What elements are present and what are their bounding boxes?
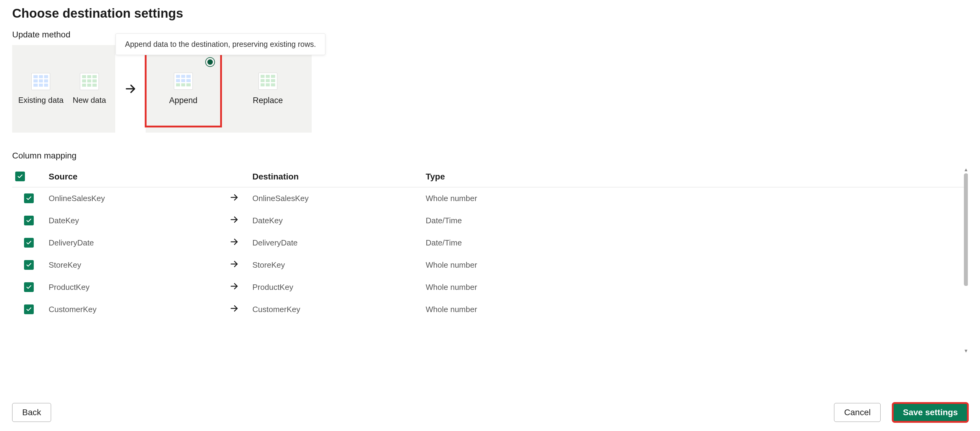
row-checkbox[interactable] bbox=[24, 194, 34, 203]
source-cell: DeliveryDate bbox=[46, 232, 219, 254]
table-row: DeliveryDateDeliveryDateDate/Time bbox=[12, 232, 968, 254]
table-row: CustomerKeyCustomerKeyWhole number bbox=[12, 298, 968, 321]
destination-cell: DateKey bbox=[249, 210, 423, 232]
footer-bar: Back Cancel Save settings bbox=[12, 403, 968, 422]
arrow-right-icon bbox=[229, 260, 239, 270]
radio-selected-icon bbox=[205, 57, 215, 67]
arrow-right-icon bbox=[229, 305, 239, 315]
append-option-label: Append bbox=[169, 96, 197, 105]
type-cell: Whole number bbox=[423, 276, 968, 298]
table-row: ProductKeyProductKeyWhole number bbox=[12, 276, 968, 298]
page-title: Choose destination settings bbox=[12, 6, 968, 21]
replace-icon bbox=[258, 73, 277, 90]
source-cell: ProductKey bbox=[46, 276, 219, 298]
update-method-row: Existing data New data bbox=[12, 45, 968, 133]
destination-cell: ProductKey bbox=[249, 276, 423, 298]
row-checkbox[interactable] bbox=[24, 282, 34, 292]
scroll-thumb[interactable] bbox=[964, 173, 968, 286]
type-cell: Whole number bbox=[423, 254, 968, 276]
table-icon bbox=[80, 73, 99, 90]
replace-option-label: Replace bbox=[253, 96, 283, 105]
type-cell: Date/Time bbox=[423, 210, 968, 232]
source-cell: CustomerKey bbox=[46, 298, 219, 321]
column-mapping-table: Source Destination Type OnlineSalesKeyOn… bbox=[12, 166, 968, 321]
cancel-button[interactable]: Cancel bbox=[834, 403, 881, 422]
method-options: Append Replace bbox=[146, 45, 312, 133]
table-row: OnlineSalesKeyOnlineSalesKeyWhole number bbox=[12, 188, 968, 210]
row-checkbox[interactable] bbox=[24, 216, 34, 225]
save-settings-button[interactable]: Save settings bbox=[893, 403, 968, 422]
destination-cell: CustomerKey bbox=[249, 298, 423, 321]
destination-header: Destination bbox=[249, 166, 423, 188]
type-cell: Whole number bbox=[423, 298, 968, 321]
existing-new-group: Existing data New data bbox=[12, 45, 115, 133]
scrollbar[interactable]: ▲ ▼ bbox=[963, 167, 968, 353]
append-tooltip: Append data to the destination, preservi… bbox=[116, 33, 325, 55]
column-mapping-label: Column mapping bbox=[12, 151, 968, 161]
type-cell: Whole number bbox=[423, 188, 968, 210]
select-all-checkbox[interactable] bbox=[15, 172, 25, 181]
type-header: Type bbox=[423, 166, 968, 188]
destination-cell: StoreKey bbox=[249, 254, 423, 276]
arrow-right-icon bbox=[229, 238, 239, 248]
append-icon bbox=[174, 73, 193, 90]
existing-data-label: Existing data bbox=[18, 95, 64, 105]
destination-cell: DeliveryDate bbox=[249, 232, 423, 254]
existing-data-card: Existing data bbox=[18, 73, 64, 105]
scroll-down-icon[interactable]: ▼ bbox=[964, 348, 968, 353]
append-option[interactable]: Append bbox=[146, 51, 221, 127]
scroll-up-icon[interactable]: ▲ bbox=[964, 167, 968, 172]
arrow-right-icon bbox=[229, 283, 239, 293]
table-row: StoreKeyStoreKeyWhole number bbox=[12, 254, 968, 276]
back-button[interactable]: Back bbox=[12, 403, 51, 422]
replace-option[interactable]: Replace bbox=[230, 51, 305, 127]
table-row: DateKeyDateKeyDate/Time bbox=[12, 210, 968, 232]
new-data-card: New data bbox=[73, 73, 106, 105]
row-checkbox[interactable] bbox=[24, 238, 34, 248]
type-cell: Date/Time bbox=[423, 232, 968, 254]
source-header: Source bbox=[46, 166, 219, 188]
arrow-right-icon bbox=[229, 216, 239, 226]
table-icon bbox=[31, 73, 50, 90]
arrow-right-icon bbox=[229, 194, 239, 204]
new-data-label: New data bbox=[73, 95, 106, 105]
row-checkbox[interactable] bbox=[24, 304, 34, 314]
row-checkbox[interactable] bbox=[24, 260, 34, 270]
arrow-right-icon bbox=[115, 45, 146, 133]
source-cell: DateKey bbox=[46, 210, 219, 232]
source-cell: OnlineSalesKey bbox=[46, 188, 219, 210]
destination-cell: OnlineSalesKey bbox=[249, 188, 423, 210]
source-cell: StoreKey bbox=[46, 254, 219, 276]
